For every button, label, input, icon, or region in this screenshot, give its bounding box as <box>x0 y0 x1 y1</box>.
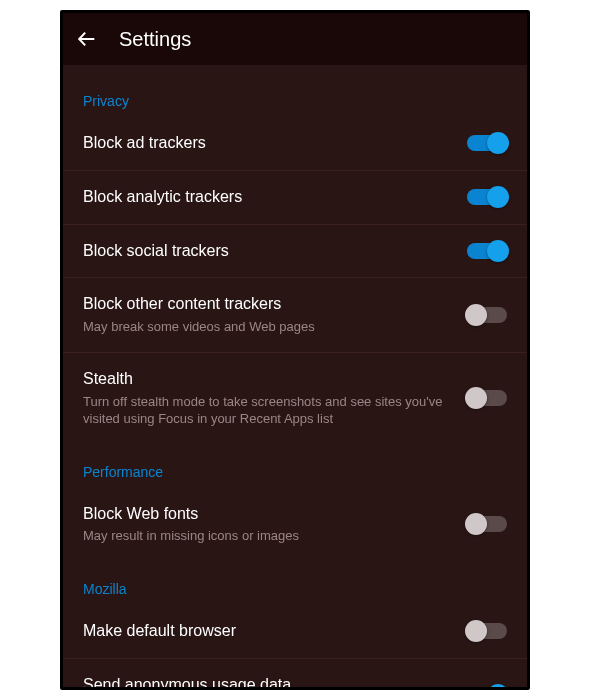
setting-sub: Turn off stealth mode to take screenshot… <box>83 393 455 428</box>
setting-label: Stealth <box>83 369 455 390</box>
setting-block-other-trackers[interactable]: Block other content trackers May break s… <box>63 278 527 352</box>
setting-anonymous-usage[interactable]: Send anonymous usage data Learn more <box>63 659 527 687</box>
section-header-mozilla: Mozilla <box>63 561 527 605</box>
setting-block-analytic-trackers[interactable]: Block analytic trackers <box>63 171 527 225</box>
setting-sub: May result in missing icons or images <box>83 527 455 545</box>
app-header: Settings <box>63 13 527 65</box>
section-header-performance: Performance <box>63 444 527 488</box>
setting-label: Send anonymous usage data <box>83 675 455 687</box>
toggle-block-web-fonts[interactable] <box>467 516 507 532</box>
section-header-privacy: Privacy <box>63 73 527 117</box>
toggle-block-analytic-trackers[interactable] <box>467 189 507 205</box>
setting-label: Block other content trackers <box>83 294 455 315</box>
setting-label: Block Web fonts <box>83 504 455 525</box>
toggle-stealth[interactable] <box>467 390 507 406</box>
setting-block-social-trackers[interactable]: Block social trackers <box>63 225 527 279</box>
settings-list: Privacy Block ad trackers Block analytic… <box>63 65 527 687</box>
setting-sub: May break some videos and Web pages <box>83 318 455 336</box>
page-title: Settings <box>119 28 191 51</box>
setting-label: Block analytic trackers <box>83 187 455 208</box>
setting-label: Make default browser <box>83 621 455 642</box>
setting-stealth[interactable]: Stealth Turn off stealth mode to take sc… <box>63 353 527 444</box>
toggle-default-browser[interactable] <box>467 623 507 639</box>
toggle-block-ad-trackers[interactable] <box>467 135 507 151</box>
settings-screen: Settings Privacy Block ad trackers Block… <box>60 10 530 690</box>
toggle-block-social-trackers[interactable] <box>467 243 507 259</box>
setting-default-browser[interactable]: Make default browser <box>63 605 527 659</box>
setting-block-ad-trackers[interactable]: Block ad trackers <box>63 117 527 171</box>
setting-label: Block social trackers <box>83 241 455 262</box>
setting-block-web-fonts[interactable]: Block Web fonts May result in missing ic… <box>63 488 527 561</box>
toggle-block-other-trackers[interactable] <box>467 307 507 323</box>
setting-label: Block ad trackers <box>83 133 455 154</box>
back-icon[interactable] <box>75 27 99 51</box>
